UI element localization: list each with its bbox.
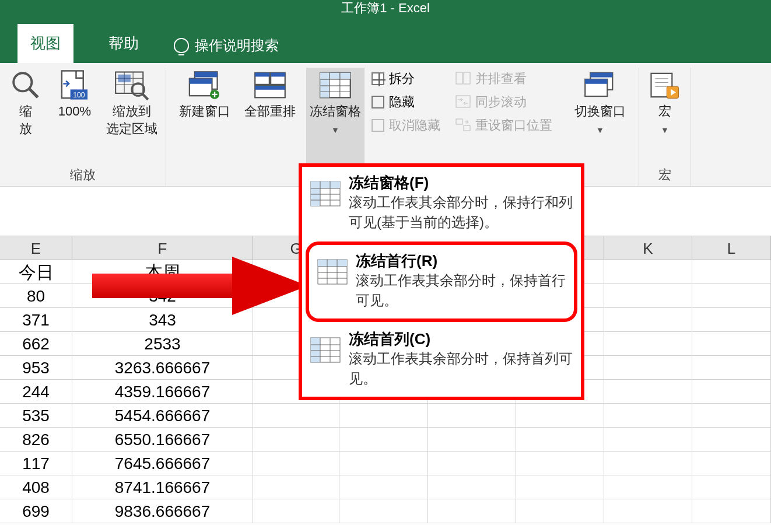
cell[interactable] [692,380,771,403]
column-header-F[interactable]: F [72,236,253,260]
freeze-panes-icon [318,69,353,102]
cell[interactable]: 371 [0,308,72,331]
macro-button[interactable]: 宏 ▼ [644,68,686,166]
cell[interactable] [692,475,771,499]
cell[interactable] [692,356,771,379]
cell[interactable] [604,332,692,355]
svg-rect-23 [271,73,285,77]
cell[interactable] [692,284,771,307]
cell[interactable] [253,452,339,475]
annotation-arrow [92,257,308,315]
tell-me-search[interactable]: 操作说明搜索 [174,36,279,63]
arrange-all-button[interactable]: 全部重排 [241,68,299,186]
freeze-panes-menu: 冻结窗格(F) 滚动工作表其余部分时，保持行和列可见(基于当前的选择)。 冻结首… [299,163,584,400]
cell[interactable] [692,308,771,331]
cell[interactable] [253,404,339,427]
cell[interactable]: 953 [0,356,72,379]
cell[interactable] [516,475,604,499]
cell[interactable] [604,380,692,403]
column-header-K[interactable]: K [604,236,692,260]
cell[interactable] [516,428,604,451]
cell[interactable] [692,452,771,475]
cell[interactable]: 8741.166667 [72,475,253,499]
new-window-button[interactable]: 新建窗口 [176,68,234,186]
cell[interactable]: 2533 [72,332,253,355]
svg-rect-39 [456,119,462,124]
cell[interactable] [339,452,428,475]
cell[interactable] [604,356,692,379]
document-100-icon: 100 [57,69,92,102]
zoom-100-button[interactable]: 100 100% [54,68,96,166]
cell[interactable] [253,475,339,499]
cell[interactable] [692,499,771,523]
freeze-top-row-desc: 滚动工作表其余部分时，保持首行可见。 [356,271,566,310]
chevron-down-icon: ▼ [331,121,339,139]
cell[interactable]: 7645.666667 [72,452,253,475]
cell[interactable] [253,428,339,451]
cell[interactable] [253,499,339,523]
cell[interactable] [516,499,604,523]
cell[interactable] [604,308,692,331]
cell[interactable]: 今日 [0,260,72,284]
cell[interactable] [604,428,692,451]
column-header-E[interactable]: E [0,236,72,260]
cell[interactable] [516,404,604,427]
cell[interactable] [339,499,428,523]
cell[interactable]: 408 [0,475,72,499]
cell[interactable] [692,404,771,427]
macro-group-label: 宏 [658,166,671,186]
cell[interactable]: 826 [0,428,72,451]
cell[interactable]: 4359.166667 [72,380,253,403]
cell[interactable]: 117 [0,452,72,475]
tab-help[interactable]: 帮助 [96,24,152,63]
cell[interactable] [339,404,428,427]
cell[interactable] [604,404,692,427]
svg-rect-21 [255,73,269,77]
sync-scroll-button: 同步滚动 [455,93,552,111]
cell[interactable]: 535 [0,404,72,427]
cell[interactable]: 5454.666667 [72,404,253,427]
cell[interactable] [604,499,692,523]
cell[interactable] [604,475,692,499]
cell[interactable] [604,452,692,475]
side-by-side-icon [455,72,471,86]
column-header-L[interactable]: L [692,236,771,260]
split-button[interactable]: 拆分 [372,70,440,88]
cell[interactable]: 3263.666667 [72,356,253,379]
table-row: 6999836.666667 [0,499,771,523]
cell[interactable]: 662 [0,332,72,355]
cell[interactable] [428,475,516,499]
cell[interactable] [692,260,771,284]
cell[interactable] [692,332,771,355]
cell[interactable] [516,452,604,475]
cell[interactable]: 6550.166667 [72,428,253,451]
cell[interactable] [339,428,428,451]
cell[interactable]: 80 [0,284,72,307]
freeze-top-row-item[interactable]: 冻结首行(R) 滚动工作表其余部分时，保持首行可见。 [306,242,577,322]
cell[interactable] [428,452,516,475]
freeze-panes-item[interactable]: 冻结窗格(F) 滚动工作表其余部分时，保持行和列可见(基于当前的选择)。 [302,167,581,240]
hide-button[interactable]: 隐藏 [372,93,440,111]
cell[interactable] [604,284,692,307]
arrange-all-icon [253,69,288,102]
zoom-button[interactable]: 缩 放 [5,68,47,166]
cell[interactable] [604,260,692,284]
split-icon [372,72,384,85]
zoom-selection-button[interactable]: 缩放到 选定区域 [103,68,161,166]
cell[interactable] [428,499,516,523]
freeze-first-col-item[interactable]: 冻结首列(C) 滚动工作表其余部分时，保持首列可见。 [302,323,581,397]
cell[interactable] [692,428,771,451]
cell[interactable]: 244 [0,380,72,403]
switch-window-icon [583,69,618,102]
cell[interactable] [339,475,428,499]
freeze-panes-item-icon [310,181,341,206]
table-row: 8266550.166667 [0,428,771,452]
freeze-top-row-title: 冻结首行(R) [356,251,566,271]
cell[interactable]: 699 [0,499,72,523]
cell[interactable] [428,404,516,427]
tab-view[interactable]: 视图 [17,24,73,63]
cell[interactable]: 9836.666667 [72,499,253,523]
cell[interactable] [428,428,516,451]
svg-rect-60 [318,260,347,267]
window-title: 工作簿1 - Excel [341,1,430,15]
